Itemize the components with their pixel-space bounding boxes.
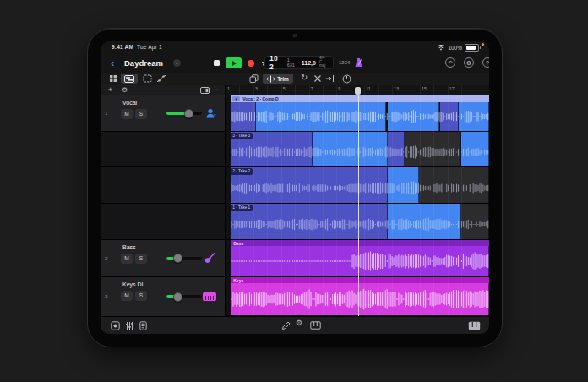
ruler-bar-label: 15 — [422, 86, 427, 91]
keyboard-keys-icon — [203, 292, 216, 301]
edit-toolbar: Trim ↻ — [101, 73, 489, 85]
solo-button[interactable]: S — [135, 291, 147, 301]
track-header-tools: + ⚙ − — [101, 85, 226, 96]
view-grid-icon[interactable] — [109, 74, 117, 83]
track-number: 2 — [105, 256, 107, 261]
bass-guitar-icon — [204, 252, 216, 265]
volume-fader[interactable] — [166, 295, 202, 298]
ruler-bar-label: 17 — [449, 86, 455, 91]
track-config-gear-icon[interactable]: ⚙ — [122, 85, 128, 95]
audio-region-segment[interactable] — [461, 132, 489, 166]
vocalist-icon — [205, 108, 216, 119]
audio-region-segment[interactable] — [388, 167, 419, 203]
region-name-header[interactable]: Bass — [231, 240, 489, 246]
settings-gear-icon[interactable]: ⚙ — [296, 319, 302, 327]
split-scissors-icon[interactable] — [313, 74, 322, 83]
join-icon[interactable] — [325, 74, 335, 83]
automation-tool-icon[interactable] — [156, 74, 166, 83]
audio-region-segment[interactable] — [405, 132, 461, 166]
track-header-keys[interactable]: 3 Keys DI M S — [101, 277, 225, 316]
mute-button[interactable]: M — [121, 254, 133, 264]
ruler-bar-label: 3 — [255, 86, 258, 91]
header-panel-icon[interactable] — [200, 87, 210, 94]
track-number: 1 — [105, 111, 107, 116]
audio-region-segment[interactable] — [231, 167, 388, 203]
help-icon[interactable]: ? — [482, 57, 489, 68]
title-bar: ‹ Daydream ⌄ 10 2 1 631 112,0 4/4C maj 1… — [101, 53, 489, 74]
record-button[interactable] — [248, 60, 254, 67]
back-chevron-icon[interactable]: ‹ — [111, 57, 119, 68]
mute-button[interactable]: M — [121, 109, 133, 119]
ipad-device: 9:41 AMTue Apr 1 100% ‹ Daydream ⌄ 10 2 … — [87, 28, 503, 347]
gesture-knob-icon[interactable] — [342, 74, 351, 84]
tracks-view-icon — [124, 75, 134, 83]
audio-region-segment[interactable] — [256, 102, 386, 131]
volume-fader[interactable] — [166, 257, 202, 260]
comp-region-header[interactable]: ▾Vocal: 2 - Comp D — [231, 96, 489, 102]
audio-region-segment[interactable] — [388, 204, 460, 239]
track-name: Keys DI — [122, 281, 144, 287]
audio-region-segment[interactable] — [419, 167, 489, 203]
loop-browser-icon[interactable] — [111, 321, 120, 330]
take-folder-chevron-icon[interactable]: ▾ — [232, 96, 240, 101]
clock: 9:41 AMTue Apr 1 — [112, 44, 162, 50]
transport-controls — [214, 57, 271, 69]
battery-percent: 100% — [448, 45, 462, 51]
status-bar: 9:41 AMTue Apr 1 100% — [101, 41, 489, 53]
count-in-button[interactable]: 1234 — [339, 60, 350, 65]
audio-region-segment[interactable] — [313, 132, 388, 166]
lcd-position-detail: 1 631 — [287, 57, 298, 68]
region-name-header[interactable]: Keys — [231, 277, 489, 283]
lcd-tempo: 112,0 — [302, 60, 316, 66]
track-header-bass[interactable]: 2 Bass M S — [101, 240, 225, 277]
project-title: Daydream — [124, 58, 163, 68]
collapse-minus-icon[interactable]: − — [214, 85, 218, 95]
solo-button[interactable]: S — [135, 109, 147, 119]
take-lane-header[interactable] — [101, 167, 225, 204]
mixer-icon[interactable] — [125, 321, 134, 330]
arrange-area[interactable]: 1357911131517 ▾Vocal: 2 - Comp D3 - Take… — [226, 85, 489, 316]
track-name: Bass — [122, 244, 136, 250]
track-header-vocal[interactable]: 1 Vocal M S — [101, 96, 225, 132]
loop-icon[interactable]: ↻ — [301, 73, 308, 82]
lcd-display[interactable]: 10 2 1 631 112,0 4/4C maj — [264, 56, 334, 69]
project-menu-chevron-icon[interactable]: ⌄ — [173, 59, 181, 67]
mute-button[interactable]: M — [121, 291, 133, 301]
tracks-view-button[interactable] — [121, 74, 138, 84]
marquee-tool-icon[interactable] — [143, 74, 152, 83]
playhead-handle[interactable] — [355, 87, 361, 95]
audio-region-segment[interactable] — [459, 102, 489, 131]
stop-button[interactable] — [214, 60, 220, 66]
audio-region-segment[interactable] — [388, 102, 439, 131]
audio-region-segment[interactable] — [388, 132, 405, 166]
audio-region-segment[interactable] — [440, 102, 459, 131]
play-button[interactable] — [226, 57, 242, 68]
editors-list-icon[interactable] — [139, 321, 147, 330]
battery-icon — [465, 44, 479, 52]
solo-button[interactable]: S — [135, 254, 147, 264]
play-surface-keyboard-icon[interactable] — [468, 321, 481, 330]
track-header-column: 1 Vocal M S 2 Bass M S — [101, 96, 226, 316]
take-lane-header[interactable] — [101, 204, 225, 240]
pencil-tool-icon[interactable] — [281, 321, 291, 330]
audio-region-segment[interactable] — [231, 102, 256, 131]
take-lane-header[interactable] — [101, 132, 225, 167]
volume-fader[interactable] — [166, 112, 202, 115]
piano-icon[interactable] — [310, 321, 321, 330]
audio-region-segment[interactable] — [231, 204, 388, 239]
status-date: Tue Apr 1 — [137, 44, 162, 50]
undo-icon[interactable]: ↶ — [445, 57, 455, 68]
ruler-bar-label: 9 — [338, 86, 340, 91]
copy-icon[interactable] — [249, 74, 259, 84]
audio-region-segment[interactable] — [460, 204, 489, 239]
app-screen: 9:41 AMTue Apr 1 100% ‹ Daydream ⌄ 10 2 … — [101, 41, 489, 334]
track-number: 3 — [105, 294, 107, 299]
take-label-chip[interactable]: 2 - Take 2 — [231, 168, 253, 175]
take-label-chip[interactable]: 1 - Take 1 — [231, 205, 253, 211]
trim-button[interactable]: Trim — [263, 74, 293, 84]
take-label-chip[interactable]: 3 - Take 3 — [231, 133, 253, 139]
metronome-icon[interactable] — [354, 57, 363, 68]
add-track-button[interactable]: + — [108, 85, 112, 95]
ruler-bar-label: 5 — [283, 86, 286, 91]
settings-icon[interactable]: ⚙ — [464, 57, 474, 68]
